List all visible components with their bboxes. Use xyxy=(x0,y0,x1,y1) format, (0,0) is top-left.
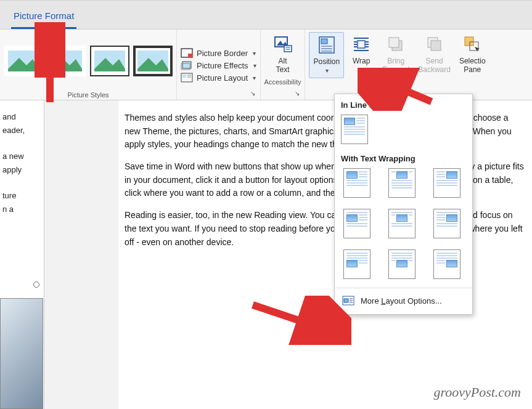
group-picture-adjust: Picture Border ▾ Picture Effects ▾ Pictu… xyxy=(177,30,261,100)
mountain-icon xyxy=(94,51,125,71)
group-label: Picture Styles xyxy=(4,90,173,99)
label: Picture Border xyxy=(197,49,248,58)
group-accessibility: Alt Text Accessibility ↘ xyxy=(261,30,306,100)
picture-style-thumb[interactable] xyxy=(133,46,173,76)
position-option-middle-left[interactable] xyxy=(343,209,370,238)
chevron-down-icon: ▾ xyxy=(325,67,329,74)
tab-picture-format[interactable]: Picture Format xyxy=(11,4,76,29)
selection-pane-icon xyxy=(462,34,482,54)
picture-style-thumb[interactable] xyxy=(47,46,86,76)
text-fragment: a new xyxy=(2,150,41,163)
position-option-middle-right[interactable] xyxy=(433,209,460,238)
position-option-top-left[interactable] xyxy=(343,168,370,198)
position-option-top-right[interactable] xyxy=(433,168,460,198)
alt-text-icon xyxy=(273,34,293,54)
svg-rect-9 xyxy=(188,54,193,58)
chevron-down-icon: ▾ xyxy=(361,67,364,73)
picture-effects-menu[interactable]: Picture Effects ▾ xyxy=(181,60,256,70)
watermark: groovyPost.com xyxy=(433,384,521,400)
label: Wrap▾ xyxy=(353,57,370,75)
position-option-middle-center[interactable] xyxy=(388,209,415,238)
dialog-launcher-icon[interactable]: ↘ xyxy=(295,90,302,97)
label: Position▾ xyxy=(313,57,340,75)
resize-handle[interactable] xyxy=(33,281,39,288)
send-backward-button[interactable]: Send Backward xyxy=(414,32,454,77)
selected-image[interactable] xyxy=(0,298,43,409)
picture-style-thumb[interactable] xyxy=(90,46,129,76)
svg-rect-32 xyxy=(431,41,441,51)
page-gutter xyxy=(44,100,118,409)
bring-forward-button[interactable]: Bring Forward xyxy=(379,32,413,77)
position-option-bottom-center[interactable] xyxy=(388,249,415,279)
group-label: Accessibility xyxy=(264,77,301,86)
text-fragment: eader, xyxy=(2,124,41,137)
svg-rect-13 xyxy=(182,75,186,78)
svg-rect-33 xyxy=(465,37,473,46)
svg-rect-30 xyxy=(389,38,399,47)
label: Picture Effects xyxy=(197,61,248,70)
previous-page-fragment: and eader, a new apply ture n a xyxy=(0,100,44,409)
picture-effects-icon xyxy=(181,60,193,70)
position-option-bottom-right[interactable] xyxy=(433,249,460,279)
text-fragment: n a xyxy=(2,203,41,216)
send-backward-icon xyxy=(425,34,444,54)
label: Selectio Pane xyxy=(459,57,486,75)
label: More Layout Options... xyxy=(361,296,442,306)
mountain-icon xyxy=(8,51,39,71)
position-button[interactable]: Position▾ xyxy=(309,32,344,78)
picture-style-thumb[interactable] xyxy=(4,46,43,76)
dropdown-section-header: In Line with Text xyxy=(341,100,466,110)
svg-rect-26 xyxy=(358,41,365,48)
group-arrange: Position▾ Wrap▾ Bring Forward Send Bac xyxy=(305,30,493,100)
dialog-launcher-icon[interactable]: ↘ xyxy=(250,90,258,97)
bring-forward-icon xyxy=(386,34,406,54)
position-option-inline[interactable] xyxy=(341,115,368,144)
label: Bring Forward xyxy=(382,57,409,75)
separator xyxy=(335,288,472,288)
chevron-down-icon: ▾ xyxy=(253,50,256,57)
alt-text-button[interactable]: Alt Text xyxy=(267,32,299,77)
picture-layout-menu[interactable]: Picture Layout ▾ xyxy=(181,73,256,83)
mountain-icon xyxy=(137,51,168,71)
mountain-icon xyxy=(51,51,82,71)
wrap-text-button[interactable]: Wrap▾ xyxy=(345,32,377,77)
label: Picture Layout xyxy=(197,73,248,83)
position-option-bottom-left[interactable] xyxy=(343,249,370,279)
group-picture-styles: Picture Styles xyxy=(0,30,177,100)
selection-pane-button[interactable]: Selectio Pane xyxy=(456,32,489,77)
wrap-text-icon xyxy=(351,34,371,54)
layout-options-icon xyxy=(342,296,354,306)
label: Send Backward xyxy=(418,57,451,75)
dropdown-section-header: With Text Wrapping xyxy=(341,154,466,163)
chevron-down-icon: ▾ xyxy=(253,62,256,69)
position-option-top-center[interactable] xyxy=(388,168,415,198)
position-dropdown: In Line with Text With Text Wrapping xyxy=(334,94,473,315)
text-fragment: and xyxy=(2,110,41,124)
picture-border-icon xyxy=(181,48,193,58)
position-icon xyxy=(317,35,337,55)
text-fragment: apply xyxy=(2,163,41,177)
chevron-down-icon: ▾ xyxy=(253,75,256,81)
ribbon: Picture Styles Picture Border ▾ Picture … xyxy=(0,30,532,100)
svg-rect-22 xyxy=(321,39,327,44)
text-fragment: ture xyxy=(2,189,41,203)
more-layout-options-link[interactable]: More Layout Options... xyxy=(341,291,466,312)
label: Alt Text xyxy=(276,57,290,75)
svg-marker-17 xyxy=(277,41,287,46)
picture-layout-icon xyxy=(181,73,193,83)
picture-border-menu[interactable]: Picture Border ▾ xyxy=(181,48,256,58)
svg-rect-18 xyxy=(284,46,292,52)
ribbon-tabbar: Picture Format xyxy=(0,0,532,30)
svg-rect-37 xyxy=(344,299,348,302)
